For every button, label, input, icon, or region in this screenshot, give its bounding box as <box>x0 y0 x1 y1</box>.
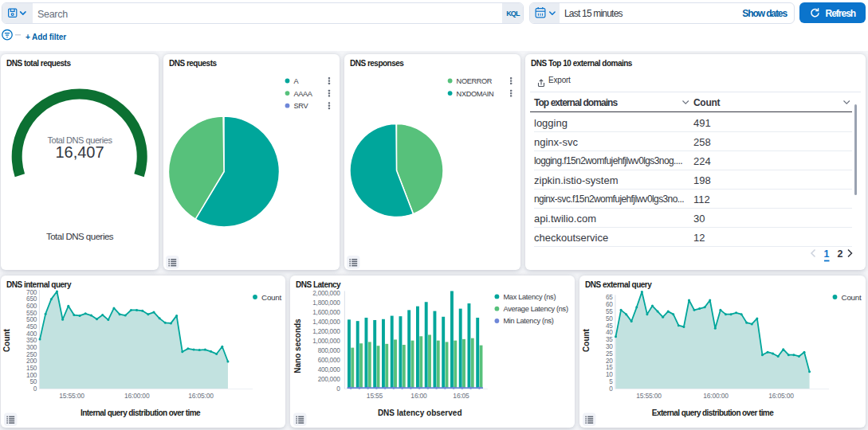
svg-text:NOERROR: NOERROR <box>457 76 493 84</box>
svg-text:Count: Count <box>2 328 11 352</box>
svg-text:350: 350 <box>26 337 37 344</box>
svg-text:Refresh: Refresh <box>825 7 855 18</box>
svg-text:1: 1 <box>824 248 830 259</box>
svg-text:16:05:00: 16:05:00 <box>188 392 214 400</box>
svg-text:Count: Count <box>842 292 862 301</box>
svg-text:55: 55 <box>606 307 613 315</box>
svg-text:10: 10 <box>606 371 613 378</box>
svg-text:0: 0 <box>609 385 613 392</box>
svg-text:40: 40 <box>606 329 613 336</box>
svg-text:2,000,000: 2,000,000 <box>312 290 340 297</box>
svg-text:15: 15 <box>606 364 613 371</box>
svg-text:450: 450 <box>26 323 37 330</box>
svg-text:16:05:00: 16:05:00 <box>768 392 794 400</box>
svg-text:65: 65 <box>606 294 613 301</box>
svg-text:Internal query distribution ov: Internal query distribution over time <box>81 408 201 417</box>
svg-text:0: 0 <box>336 385 340 392</box>
svg-text:550: 550 <box>26 309 37 316</box>
svg-text:100: 100 <box>26 371 37 378</box>
svg-text:0: 0 <box>33 385 37 392</box>
svg-text:Total DNS queries: Total DNS queries <box>46 231 114 240</box>
svg-text:16,407: 16,407 <box>55 143 104 160</box>
svg-text:1,600,000: 1,600,000 <box>312 309 340 316</box>
svg-text:Min Latency (ns): Min Latency (ns) <box>504 317 554 325</box>
svg-text:150: 150 <box>26 364 37 371</box>
svg-text:200,000: 200,000 <box>318 375 341 382</box>
svg-text:650: 650 <box>26 295 37 303</box>
svg-text:16:05: 16:05 <box>453 392 469 400</box>
svg-text:60: 60 <box>606 301 613 308</box>
svg-text:1,000,000: 1,000,000 <box>312 338 340 345</box>
svg-text:50: 50 <box>606 315 613 322</box>
svg-text:DNS latency observed: DNS latency observed <box>378 408 462 417</box>
svg-text:200: 200 <box>26 358 37 365</box>
svg-text:AAAA: AAAA <box>294 89 313 97</box>
svg-text:400,000: 400,000 <box>318 366 341 373</box>
svg-text:250: 250 <box>26 350 37 358</box>
svg-text:2: 2 <box>838 248 843 259</box>
svg-text:External query distribution ov: External query distribution over time <box>652 408 774 417</box>
svg-text:Average Latency (ns): Average Latency (ns) <box>504 305 568 313</box>
svg-text:1,200,000: 1,200,000 <box>312 328 340 335</box>
svg-text:16:00: 16:00 <box>410 392 427 400</box>
svg-text:300: 300 <box>26 343 37 350</box>
svg-text:20: 20 <box>606 357 613 364</box>
svg-text:5: 5 <box>609 377 613 385</box>
svg-text:50: 50 <box>29 378 37 385</box>
svg-text:1,400,000: 1,400,000 <box>312 319 340 326</box>
svg-text:15:55:00: 15:55:00 <box>59 392 84 400</box>
svg-text:Count: Count <box>261 292 282 301</box>
svg-text:Nano seconds: Nano seconds <box>293 318 302 373</box>
svg-text:700: 700 <box>26 288 37 295</box>
svg-text:16:00:00: 16:00:00 <box>124 392 150 400</box>
svg-text:A: A <box>294 76 300 84</box>
svg-text:45: 45 <box>606 322 613 329</box>
svg-text:800,000: 800,000 <box>318 347 341 354</box>
svg-text:35: 35 <box>606 336 613 343</box>
svg-text:SRV: SRV <box>294 102 309 110</box>
svg-text:30: 30 <box>606 342 613 350</box>
svg-text:16:00:00: 16:00:00 <box>703 392 729 400</box>
svg-text:400: 400 <box>26 330 37 337</box>
svg-text:500: 500 <box>26 316 37 323</box>
svg-text:600: 600 <box>26 303 37 310</box>
svg-text:15:55:00: 15:55:00 <box>636 392 662 400</box>
svg-text:NXDOMAIN: NXDOMAIN <box>457 89 494 97</box>
svg-text:Max Latency (ns): Max Latency (ns) <box>504 292 556 300</box>
svg-text:15:55: 15:55 <box>367 392 383 400</box>
svg-text:1,800,000: 1,800,000 <box>312 299 340 307</box>
svg-text:25: 25 <box>606 350 613 357</box>
svg-text:Count: Count <box>582 328 591 352</box>
svg-text:600,000: 600,000 <box>318 356 341 363</box>
